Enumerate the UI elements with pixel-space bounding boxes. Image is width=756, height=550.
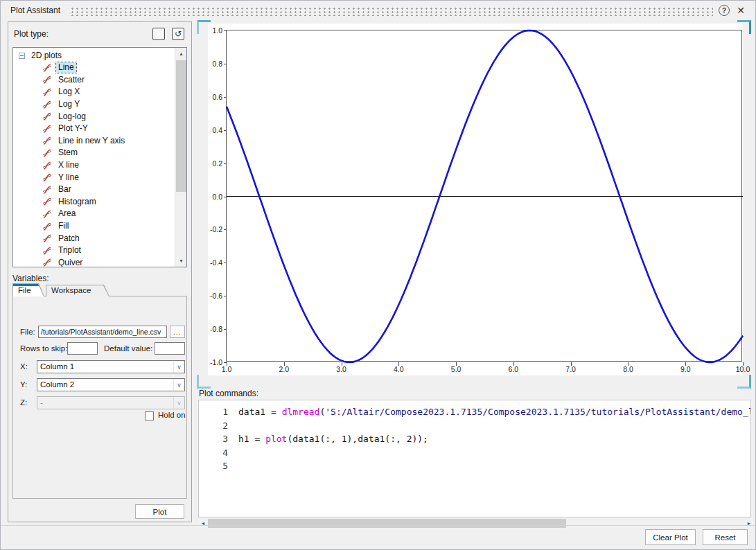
titlebar: Plot Assistant ? ✕: [1, 1, 755, 20]
horizontal-scrollbar[interactable]: ◄ ►: [198, 519, 754, 528]
plot-canvas[interactable]: 1.00.80.60.40.20.0-0.2-0.4-0.6-0.8-1.0 1…: [208, 24, 743, 375]
plot-type-icon: [42, 222, 52, 231]
y-tick-mark: [224, 229, 227, 230]
plot-type-icon: [42, 112, 52, 121]
scroll-left-icon[interactable]: ◄: [198, 519, 208, 528]
y-column-select[interactable]: Column 2 ∨: [37, 378, 185, 391]
x-column-select[interactable]: Column 1 ∨: [37, 360, 185, 373]
tree-item-label: Plot Y-Y: [56, 123, 90, 134]
hold-on-checkbox[interactable]: [145, 411, 154, 420]
x-column-value: Column 1: [40, 362, 74, 371]
curve-svg: [227, 30, 743, 362]
plot-type-icon: [42, 136, 52, 145]
selection-bracket-top-right: [737, 20, 751, 34]
y-label: Y:: [20, 380, 27, 389]
plot-type-label: Plot type:: [14, 29, 49, 39]
tree-item[interactable]: Log Y: [13, 98, 175, 111]
tree-item[interactable]: Line in new Y axis: [13, 135, 175, 148]
tab-file[interactable]: File: [12, 283, 44, 296]
tree-item[interactable]: Stem: [13, 147, 175, 159]
rows-to-skip-input[interactable]: [67, 342, 98, 355]
tree-item[interactable]: Scatter: [13, 74, 175, 87]
tree-item-label: Stem: [56, 148, 80, 158]
x-tick-label: 8.0: [617, 365, 638, 373]
scroll-down-icon[interactable]: ▼: [175, 255, 187, 267]
scroll-up-icon[interactable]: ▲: [175, 48, 187, 60]
tree-item[interactable]: Bar: [13, 184, 175, 196]
collapse-icon[interactable]: [19, 53, 25, 59]
x-tick-label: 7.0: [561, 365, 581, 373]
plot-type-tree: 2D plots Line Scatter Log X Log Y Log-lo…: [12, 47, 187, 267]
tree-item[interactable]: Histogram: [13, 196, 175, 209]
line-number: 3: [199, 434, 228, 444]
refresh-icon[interactable]: ↺: [172, 28, 184, 40]
tree-item[interactable]: Fill: [13, 220, 175, 233]
tree-item-label: Histogram: [56, 197, 98, 207]
tree-item[interactable]: Area: [13, 208, 175, 220]
tree-item[interactable]: Log-log: [13, 110, 175, 123]
scrollbar-thumb[interactable]: [176, 60, 186, 192]
scroll-right-icon[interactable]: ►: [744, 519, 754, 528]
tree-item-label: Scatter: [56, 75, 87, 85]
help-icon[interactable]: ?: [719, 5, 730, 16]
tree-item[interactable]: Log X: [13, 86, 175, 98]
tree-item-label: Log Y: [56, 99, 82, 109]
tree-item[interactable]: Line: [13, 62, 175, 74]
y-tick-label: -0.8: [203, 325, 222, 333]
close-icon[interactable]: ✕: [734, 3, 748, 17]
plot-commands-label: Plot commands:: [199, 389, 258, 398]
x-tick-mark: [398, 362, 399, 366]
left-panel: Plot type: ↺ 2D plots Line Scatter Log X…: [8, 21, 192, 522]
z-column-select: - ∨: [37, 396, 185, 409]
plot-button[interactable]: Plot: [135, 504, 184, 519]
empty-square-icon[interactable]: [152, 28, 165, 40]
x-tick-mark: [571, 362, 572, 366]
default-value-label: Default value:: [104, 344, 152, 353]
plot-type-icon: [42, 185, 52, 195]
drag-handle[interactable]: [70, 7, 713, 16]
code-line[interactable]: 1data1 = dlmread('S:/Altair/Compose2023.…: [199, 405, 750, 419]
tree-scrollbar[interactable]: ▲ ▼: [175, 48, 186, 267]
tree-item[interactable]: Y line: [13, 171, 175, 184]
y-tick-mark: [224, 30, 227, 31]
y-tick-mark: [224, 163, 227, 164]
tree-item-label: X line: [56, 160, 81, 170]
code-line[interactable]: 2: [199, 419, 750, 433]
tab-workspace[interactable]: Workspace: [46, 285, 109, 296]
tree-item-label: Log X: [56, 87, 82, 97]
x-tick-label: 4.0: [388, 365, 409, 373]
code-editor[interactable]: 1data1 = dlmread('S:/Altair/Compose2023.…: [198, 400, 751, 517]
tree-item-label: Line in new Y axis: [56, 136, 127, 146]
tree-item[interactable]: Patch: [13, 232, 175, 245]
code-line[interactable]: 3h1 = plot(data1(:, 1),data1(:, 2));: [199, 432, 750, 446]
reset-button[interactable]: Reset: [703, 529, 748, 545]
code-line[interactable]: 4: [199, 446, 750, 460]
scrollbar-thumb[interactable]: [208, 519, 566, 528]
clear-plot-button[interactable]: Clear Plot: [645, 529, 696, 545]
tab-workspace-label: Workspace: [51, 286, 91, 294]
y-tick-mark: [224, 130, 227, 131]
plot-type-icon: [42, 124, 52, 134]
y-tick-label: 0.8: [203, 60, 222, 68]
code-line[interactable]: 5: [199, 459, 750, 473]
tree-item-label: Fill: [56, 221, 71, 231]
x-tick-mark: [743, 362, 744, 366]
x-tick-label: 9.0: [675, 365, 696, 373]
tree-item[interactable]: X line: [13, 159, 175, 172]
plot-type-icon: [42, 100, 52, 109]
plot-type-icon: [42, 233, 52, 243]
default-value-input[interactable]: [155, 342, 185, 355]
x-tick-mark: [227, 362, 227, 366]
file-path-input[interactable]: /tutorials/PlotAssistant/demo_line.csv: [38, 326, 167, 338]
tree-item[interactable]: Triplot: [13, 245, 175, 257]
x-tick-mark: [685, 362, 686, 366]
tree-item[interactable]: Plot Y-Y: [13, 123, 175, 135]
browse-button[interactable]: ...: [170, 326, 185, 338]
selection-bracket-bottom-left: [197, 375, 211, 389]
plot-type-icon: [42, 209, 52, 219]
plot-type-icon: [42, 63, 52, 73]
z-column-value: -: [40, 398, 43, 407]
line-number: 1: [199, 407, 228, 417]
tree-item[interactable]: Quiver: [13, 257, 175, 268]
tree-root-row[interactable]: 2D plots: [13, 49, 62, 62]
